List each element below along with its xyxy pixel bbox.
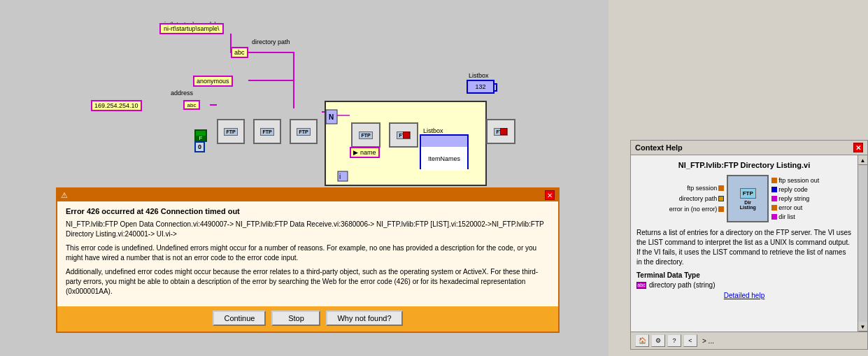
ftp-block-3: FTP	[290, 119, 318, 144]
listbox1[interactable]: 132	[467, 80, 495, 94]
ch-port-ftp-session-label: ftp session	[687, 185, 717, 192]
stop-button[interactable]: Stop	[271, 311, 320, 326]
detailed-help-link[interactable]: Detailed help	[636, 292, 852, 299]
error-body-2: Additionally, undefined error codes migh…	[66, 267, 550, 297]
ch-settings-btn[interactable]: ⚙	[651, 334, 665, 347]
svg-rect-3	[338, 171, 348, 181]
ftp-block-1: FTP	[217, 119, 245, 144]
address-indicator: abc	[183, 100, 200, 110]
address-label: address	[171, 90, 193, 97]
error-path: NI_FTP.lvlib:FTP Open Data Connection.vi…	[66, 220, 550, 239]
ch-separator: > ...	[702, 337, 714, 345]
ftp-block-2: FTP	[253, 119, 281, 144]
context-help-scrollbar[interactable]: ▲ ▼	[858, 155, 867, 332]
ch-back-btn[interactable]: <	[683, 334, 697, 347]
ch-vi-diagram: ftp session directory path error in (no …	[636, 175, 852, 222]
error-dialog-titlebar: ⚠ ✕	[57, 189, 558, 201]
context-help-body: NI_FTP.lvlib:FTP Directory Listing.vi ft…	[631, 155, 858, 332]
directory-path-label: directory path	[252, 38, 290, 45]
anonymous-const: anonymous	[193, 76, 233, 87]
anonymous-label: anonymous	[197, 78, 229, 85]
scroll-down-btn[interactable]: ▼	[858, 322, 868, 332]
ch-port-reply-code: reply code	[771, 186, 808, 193]
diagram-area: N i ni-rt\startup\sample\ abc directory …	[0, 0, 609, 356]
num-const-zero: 0	[194, 141, 205, 152]
ftp-block-inner-1: FTP	[351, 122, 380, 148]
listbox2-value: ItemNames	[421, 147, 467, 171]
ch-terminal-icon: abc	[636, 282, 646, 289]
error-dialog-buttons: Continue Stop Why not found?	[57, 306, 558, 332]
ch-port-ftp-out: ftp session out	[771, 177, 819, 184]
bundle-cluster: ▶ name	[350, 147, 380, 158]
listbox1-label: Listbox	[469, 72, 489, 79]
scroll-up-btn[interactable]: ▲	[858, 155, 868, 165]
error-body-1: This error code is undefined. Undefined …	[66, 243, 550, 263]
ch-port-dir-list: dir list	[771, 213, 795, 220]
context-help-title: Context Help	[635, 143, 683, 152]
svg-text:i: i	[339, 173, 341, 180]
why-not-found-button[interactable]: Why not found?	[326, 311, 402, 326]
error-dialog: ⚠ ✕ Error 426 occurred at 426 Connection…	[56, 187, 560, 333]
bool-const-false: F	[194, 129, 207, 142]
ch-port-dir-path-label: directory path	[679, 195, 718, 202]
startup-path-box: ni-rt\startup\sample\	[159, 23, 224, 34]
listbox2-label: Listbox	[423, 127, 443, 134]
listbox1-value: 132	[468, 81, 493, 92]
ftp-block-inner-2: FTP	[389, 122, 418, 148]
error-dialog-icon: ⚠	[61, 191, 68, 200]
ch-home-btn[interactable]: 🏠	[635, 334, 649, 347]
context-help-inner: NI_FTP.lvlib:FTP Directory Listing.vi ft…	[631, 155, 867, 332]
ch-terminal-row: abc directory path (string)	[636, 281, 852, 289]
ch-port-error-out: error out	[771, 204, 802, 211]
context-help-toolbar: 🏠 ⚙ ? < > ...	[631, 332, 867, 349]
error-dialog-close-btn[interactable]: ✕	[545, 190, 555, 200]
listbox2[interactable]: ItemNames	[420, 134, 469, 169]
ch-vi-icon: FTP Dir Listing	[727, 175, 769, 222]
svg-text:N: N	[329, 113, 334, 121]
ch-port-error-in: error in (no error)	[669, 206, 725, 213]
ch-help-btn[interactable]: ?	[667, 334, 681, 347]
ch-description: Returns a list of entries for a director…	[636, 228, 852, 267]
ch-port-reply-string: reply string	[771, 195, 809, 202]
ftp-block-right: FTP	[486, 119, 515, 144]
ch-terminal-type: Terminal Data Type	[636, 271, 852, 279]
ch-port-error-in-label: error in (no error)	[669, 206, 718, 213]
dir-path-const-label: abc	[234, 49, 245, 56]
address-box: 169.254.254.10	[91, 100, 142, 111]
error-title: Error 426 occurred at 426 Connection tim…	[66, 207, 550, 215]
continue-button[interactable]: Continue	[213, 311, 266, 326]
dir-path-const: abc	[231, 47, 248, 58]
ch-port-ftp-session: ftp session	[687, 185, 724, 192]
context-help-titlebar: Context Help ✕	[631, 141, 867, 155]
ch-vi-name: NI_FTP.lvlib:FTP Directory Listing.vi	[636, 161, 852, 169]
listbox2-bar	[421, 136, 467, 147]
error-dialog-content: Error 426 occurred at 426 Connection tim…	[57, 201, 558, 306]
context-help-close-btn[interactable]: ✕	[853, 143, 863, 152]
svg-rect-1	[326, 110, 337, 124]
ch-port-dir-path: directory path	[679, 195, 725, 202]
ch-terminal-name: directory path (string)	[649, 281, 715, 289]
context-help-panel: Context Help ✕ NI_FTP.lvlib:FTP Director…	[630, 140, 868, 350]
